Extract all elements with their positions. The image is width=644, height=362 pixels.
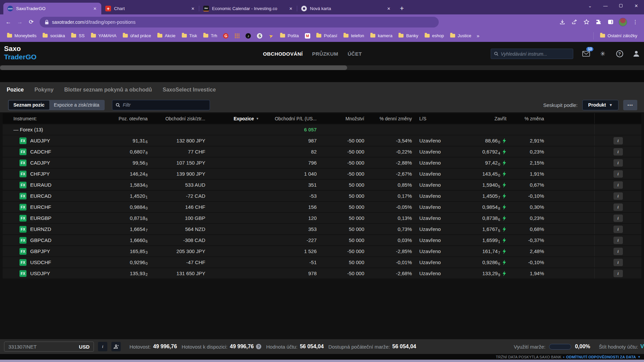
position-row[interactable]: FXAUDJPY91,316132 800 JPY987-50 000-3,54… — [3, 135, 641, 146]
search-input[interactable] — [501, 51, 570, 57]
bookmark-item[interactable]: M — [302, 32, 313, 40]
help-icon[interactable]: ? — [615, 49, 624, 58]
position-row[interactable]: FXEURNZD1,66547564 NZD35350 0000,73%Uzav… — [3, 224, 641, 234]
position-row[interactable]: FXUSDJPY135,932131 650 JPY978-50 000-2,6… — [3, 268, 641, 279]
group-row-forex[interactable]: — Forex (13) 6 057 — [3, 124, 641, 135]
column-header[interactable]: Obchodní P/L (US... — [262, 113, 319, 124]
position-row[interactable]: FXGBPCAD1,66606-308 CAD-22750 0000,03%Uz… — [3, 235, 641, 245]
share-icon[interactable] — [569, 19, 580, 25]
browser-tab[interactable]: Nová karta✕ — [297, 3, 395, 14]
tab-close-icon[interactable]: ✕ — [190, 6, 196, 12]
close-position-button[interactable]: 133,299 — [459, 268, 509, 279]
row-info-button[interactable]: i — [613, 137, 623, 144]
column-header[interactable]: Poz. otevřena — [100, 113, 150, 124]
position-row[interactable]: FXGBPJPY165,853205 300 JPY1 526-50 000-2… — [3, 246, 641, 256]
module-tab[interactable]: Pozice — [7, 87, 24, 93]
close-position-button[interactable]: 0,67924 — [459, 146, 509, 157]
new-tab-button[interactable]: + — [400, 4, 404, 12]
side-panel-icon[interactable] — [605, 20, 616, 24]
bookmark-item[interactable]: Banky — [396, 32, 421, 40]
view-toggle-segment[interactable]: Seznam pozic — [9, 101, 49, 110]
close-position-button[interactable]: 0,87386 — [459, 213, 509, 223]
bookmarks-overflow-chevron[interactable]: » — [475, 33, 481, 39]
row-info-button[interactable]: i — [613, 181, 623, 189]
reload-icon[interactable]: ⟳ — [26, 18, 36, 25]
download-icon[interactable] — [557, 19, 568, 25]
row-info-button[interactable]: i — [613, 270, 623, 277]
bookmark-item[interactable]: S — [254, 32, 265, 40]
more-options-button[interactable]: ... — [623, 100, 637, 110]
column-header[interactable]: Zavřít — [459, 113, 509, 124]
browser-tab[interactable]: +Chart✕ — [101, 3, 199, 14]
bookmark-item[interactable]: eshop — [422, 32, 446, 40]
close-position-button[interactable]: 1,67675 — [459, 224, 509, 234]
column-header[interactable]: % denní změny — [367, 113, 415, 124]
row-info-button[interactable]: i — [613, 159, 623, 167]
account-info-button[interactable]: i — [98, 342, 107, 351]
row-info-button[interactable]: i — [613, 203, 623, 211]
bookmark-item[interactable]: úřad práce — [120, 32, 154, 40]
module-tab[interactable]: Blotter seznam pokynů a obchodů — [64, 87, 152, 93]
bookmark-item[interactable]: telefon — [340, 32, 367, 40]
horizontal-scrollbar[interactable] — [0, 65, 644, 70]
column-header[interactable]: L/S — [415, 113, 459, 124]
view-toggle-segment[interactable]: Expozice a zisk/ztráta — [49, 101, 104, 110]
close-position-button[interactable]: 88,660 — [459, 135, 509, 146]
row-info-button[interactable]: i — [613, 148, 623, 156]
bookmark-star-icon[interactable] — [581, 19, 592, 25]
help-badge-icon[interactable]: ? — [256, 344, 261, 349]
bookmark-item[interactable]: Pošta — [277, 32, 301, 40]
close-position-button[interactable]: 0,98548 — [459, 202, 509, 212]
close-position-button[interactable]: 0,92866 — [459, 257, 509, 267]
module-tab[interactable]: SaxoSelect Investice — [163, 87, 216, 93]
position-row[interactable]: FXEURCHF0,98840146 CHF15650 000-0,05%Uza… — [3, 202, 641, 212]
bookmark-item[interactable]: Moneybells — [4, 32, 39, 40]
bookmark-item[interactable]: ➤ — [266, 32, 276, 40]
other-bookmarks[interactable]: Ostatní záložky — [597, 32, 640, 40]
account-selector[interactable]: 331307INET USD — [4, 342, 94, 352]
extensions-puzzle-icon[interactable] — [593, 19, 604, 25]
tab-close-icon[interactable]: ✕ — [386, 6, 392, 12]
close-position-button[interactable]: 1,59405 — [459, 180, 509, 190]
scrollbar-thumb[interactable] — [0, 65, 347, 70]
bookmark-item[interactable]: Počasí — [314, 32, 340, 40]
currency-transfer-button[interactable] — [111, 342, 121, 351]
close-position-button[interactable]: 1,45057 — [459, 191, 509, 201]
restore-button[interactable] — [613, 4, 629, 7]
bookmark-item[interactable]: ♪ — [243, 32, 254, 40]
messages-icon[interactable]: 13 — [582, 49, 590, 58]
whats-new-icon[interactable]: ✳ — [598, 49, 607, 58]
nav-item-obchodování[interactable]: OBCHODOVÁNÍ — [263, 51, 303, 57]
column-header[interactable]: Instrument: — [3, 113, 100, 124]
address-bar[interactable]: saxotrader.com/d/trading/open-positions — [40, 17, 439, 27]
bookmark-item[interactable] — [232, 32, 242, 39]
column-header[interactable]: Obchodní zisk/ztr... — [150, 113, 208, 124]
browser-menu-icon[interactable]: ⋮ — [630, 19, 641, 25]
position-row[interactable]: FXCADCHF0,6807877 CHF82-50 000-0,22%Uzav… — [3, 146, 641, 157]
row-info-button[interactable]: i — [613, 215, 623, 222]
row-info-button[interactable]: i — [613, 259, 623, 266]
position-row[interactable]: FXCHFJPY146,248139 900 JPY1 040-50 000-2… — [3, 169, 641, 179]
nav-item-průzkum[interactable]: PRŮZKUM — [312, 51, 338, 57]
close-window-button[interactable]: ✕ — [629, 3, 644, 8]
tab-close-icon[interactable]: ✕ — [92, 6, 98, 12]
position-row[interactable]: FXUSDCHF0,92960-47 CHF-5150 000-0,01%Uza… — [3, 257, 641, 267]
column-header[interactable]: % změna — [509, 113, 547, 124]
bookmark-item[interactable]: G — [220, 32, 231, 40]
nav-item-účet[interactable]: ÚČET — [347, 51, 362, 57]
close-position-button[interactable]: 143,450 — [459, 169, 509, 179]
row-info-button[interactable]: i — [613, 248, 623, 255]
minimize-button[interactable]: — — [598, 3, 613, 8]
bookmark-item[interactable]: Trh — [200, 32, 220, 40]
bookmark-item[interactable]: Tisk — [179, 32, 200, 40]
column-header[interactable]: Množství — [319, 113, 367, 124]
data-disclaimer-link[interactable]: ODMÍTNUTÍ ODPOVĚDNOSTI ZA DATA — [566, 355, 636, 359]
position-row[interactable]: FXCADJPY99,563107 150 JPY796-50 000-2,88… — [3, 158, 641, 168]
forward-icon[interactable]: → — [15, 19, 25, 25]
row-info-button[interactable]: i — [613, 192, 623, 200]
row-info-button[interactable]: i — [613, 237, 623, 244]
bookmark-item[interactable]: Justice — [447, 32, 474, 40]
bookmark-item[interactable]: Akcie — [154, 32, 178, 40]
position-row[interactable]: FXEURGBP0,87186100 GBP12050 0000,13%Uzav… — [3, 213, 641, 223]
close-position-button[interactable]: 1,65991 — [459, 235, 509, 245]
